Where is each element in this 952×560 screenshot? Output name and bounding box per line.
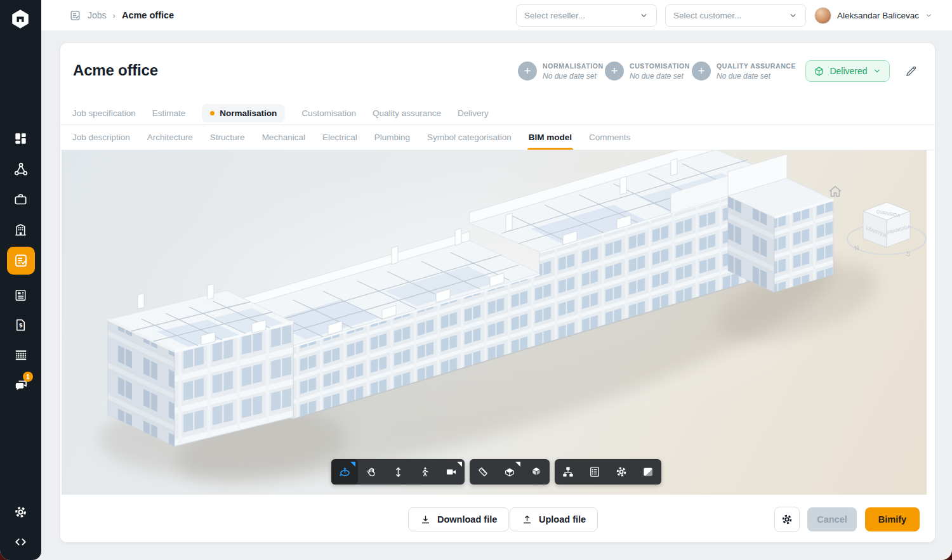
milestone-due: No due date set xyxy=(717,72,796,81)
subtab-architecture[interactable]: Architecture xyxy=(147,125,193,150)
chevron-down-icon xyxy=(873,67,882,75)
sidebar-item-dashboard[interactable] xyxy=(0,129,41,148)
orbit-tool-button[interactable] xyxy=(331,459,358,485)
sidebar-item-library[interactable] xyxy=(0,346,41,365)
app-window: $ 1 xyxy=(0,0,952,560)
zoom-arrows-icon xyxy=(392,466,404,478)
milestone-due: No due date set xyxy=(630,72,690,81)
job-settings-button[interactable] xyxy=(774,507,800,532)
milestone-quality-assurance[interactable]: + QUALITY ASSURANCE No due date set xyxy=(692,61,796,81)
viewer-settings-button[interactable] xyxy=(608,459,635,485)
svg-text:$: $ xyxy=(19,322,23,329)
bim-model-3d[interactable]: OVANSIDA VÄNSTER FRAMSIDA N S xyxy=(62,150,927,495)
box-icon xyxy=(814,66,824,77)
tab-job-specification[interactable]: Job specification xyxy=(72,108,136,118)
tab-customisation[interactable]: Customisation xyxy=(301,108,356,118)
analysis-tools-group xyxy=(470,459,550,485)
subtab-bim-model[interactable]: BIM model xyxy=(529,125,572,150)
user-menu[interactable]: Aleksandar Balicevac xyxy=(814,7,933,24)
breadcrumb-jobs-link[interactable]: Jobs xyxy=(88,10,107,20)
add-due-date-icon[interactable]: + xyxy=(518,62,537,81)
add-due-date-icon[interactable]: + xyxy=(692,62,711,81)
ruler-icon xyxy=(477,466,489,478)
first-person-tool-button[interactable] xyxy=(411,459,438,485)
sidebar-item-briefcase[interactable] xyxy=(0,190,41,209)
model-tree-icon xyxy=(562,466,574,478)
milestone-label: QUALITY ASSURANCE xyxy=(717,61,796,70)
job-card: Acme office + NORMALISATION No due date … xyxy=(60,43,935,542)
subtab-structure[interactable]: Structure xyxy=(210,125,245,150)
bimify-button[interactable]: Bimify xyxy=(865,507,920,531)
pan-tool-button[interactable] xyxy=(358,459,385,485)
app-logo-icon[interactable] xyxy=(6,5,34,33)
viewcube[interactable]: OVANSIDA VÄNSTER FRAMSIDA N S xyxy=(847,202,926,258)
tab-quality-assurance[interactable]: Quality assurance xyxy=(373,108,441,118)
home-icon xyxy=(827,183,843,200)
fullscreen-icon xyxy=(642,466,654,478)
sidebar-item-developer[interactable] xyxy=(0,532,41,551)
explode-tool-button[interactable] xyxy=(523,459,550,485)
download-icon xyxy=(420,514,431,525)
download-file-button[interactable]: Download file xyxy=(408,507,509,531)
upload-icon xyxy=(522,514,532,525)
sidebar-item-orders[interactable] xyxy=(0,285,41,304)
pencil-icon xyxy=(904,65,918,78)
reseller-select[interactable]: Select reseller... xyxy=(516,4,657,27)
model-browser-button[interactable] xyxy=(555,459,581,485)
milestone-due: No due date set xyxy=(543,72,604,81)
add-due-date-icon[interactable]: + xyxy=(605,62,624,81)
milestone-normalisation[interactable]: + NORMALISATION No due date set xyxy=(518,61,604,81)
tab-normalisation[interactable]: Normalisation xyxy=(202,104,285,122)
submenu-arrow-icon xyxy=(350,462,355,467)
home-view-button[interactable] xyxy=(827,183,843,200)
cancel-button[interactable]: Cancel xyxy=(807,507,857,531)
properties-panel-icon xyxy=(588,466,601,478)
fullscreen-button[interactable] xyxy=(635,459,661,485)
subtab-plumbing[interactable]: Plumbing xyxy=(374,125,410,150)
chevron-down-icon xyxy=(925,11,933,20)
normalisation-subtabs: Job description Architecture Structure M… xyxy=(60,125,935,150)
sidebar-item-settings[interactable] xyxy=(0,502,41,521)
breadcrumb: Jobs › Acme office xyxy=(69,10,174,22)
pan-hand-icon xyxy=(366,466,378,478)
sidebar-item-company[interactable] xyxy=(0,220,41,239)
subtab-electrical[interactable]: Electrical xyxy=(322,125,357,150)
section-plane-icon xyxy=(503,466,516,478)
milestone-customisation[interactable]: + CUSTOMISATION No due date set xyxy=(605,61,690,81)
status-label: Delivered xyxy=(830,66,867,76)
status-dropdown[interactable]: Delivered xyxy=(805,60,890,82)
sidebar-item-organization[interactable] xyxy=(0,160,41,179)
sidebar-item-invoices[interactable]: $ xyxy=(0,315,41,334)
section-tool-button[interactable] xyxy=(496,459,523,485)
subtab-symbol-categorisation[interactable]: Symbol categorisation xyxy=(427,125,512,150)
camera-tool-button[interactable] xyxy=(438,459,465,485)
subtab-comments[interactable]: Comments xyxy=(589,125,630,150)
bim-viewer[interactable]: OVANSIDA VÄNSTER FRAMSIDA N S xyxy=(62,150,927,495)
tab-estimate[interactable]: Estimate xyxy=(152,108,186,118)
tab-delivery[interactable]: Delivery xyxy=(458,108,489,118)
breadcrumb-chevron-icon: › xyxy=(113,11,116,20)
subtab-job-description[interactable]: Job description xyxy=(72,125,130,150)
upload-file-button[interactable]: Upload file xyxy=(510,507,598,531)
sidebar-item-jobs-active-indicator xyxy=(7,247,35,275)
submenu-arrow-icon xyxy=(515,462,520,467)
active-tab-dot xyxy=(210,111,215,115)
reseller-select-value: Select reseller... xyxy=(524,11,585,20)
edit-job-button[interactable] xyxy=(902,62,920,80)
sidebar-item-chat[interactable]: 1 xyxy=(0,375,41,394)
customer-select[interactable]: Select customer... xyxy=(665,4,806,27)
navigation-tools-group xyxy=(331,459,465,485)
actions-bar: Download file Upload file Cancel Bimify xyxy=(60,495,935,542)
user-avatar xyxy=(814,7,831,24)
top-header: Jobs › Acme office Select reseller... Se… xyxy=(41,0,952,30)
measure-tool-button[interactable] xyxy=(470,459,496,485)
subtab-mechanical[interactable]: Mechanical xyxy=(262,125,305,150)
customer-select-value: Select customer... xyxy=(673,11,741,20)
sidebar-item-jobs[interactable] xyxy=(0,247,41,275)
walk-person-icon xyxy=(419,466,431,478)
zoom-tool-button[interactable] xyxy=(385,459,411,485)
properties-button[interactable] xyxy=(581,459,608,485)
orbit-icon xyxy=(338,466,352,479)
camera-icon xyxy=(445,466,458,478)
compass-north-label: N xyxy=(854,244,859,252)
